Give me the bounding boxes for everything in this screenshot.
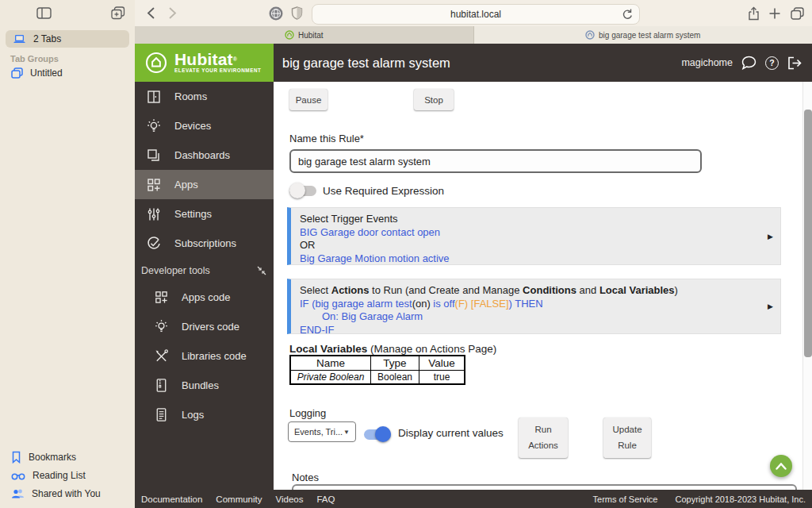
laptop-icon [13, 34, 26, 44]
sidebar-item-label: Untitled [30, 67, 63, 79]
nav-item-bundles[interactable]: Bundles [135, 371, 274, 400]
browser-sidebar: 2 Tabs Tab Groups Untitled Bookmarks Rea… [0, 26, 135, 508]
bulb-icon [154, 319, 169, 334]
actions-then-line: On: Big Garage Alarm [300, 310, 760, 324]
nav-item-settings[interactable]: Settings [135, 199, 274, 229]
hubitat-tab-icon [285, 30, 294, 40]
logout-icon[interactable] [787, 56, 802, 70]
nav-item-dashboards[interactable]: Dashboards [135, 140, 274, 170]
nav-item-apps-code[interactable]: Apps code [135, 283, 274, 312]
scroll-to-top-button[interactable] [770, 455, 792, 477]
footer-copyright: Copyright 2018-2023 Hubitat, Inc. [676, 495, 806, 504]
nav-item-logs[interactable]: Logs [135, 400, 274, 429]
display-current-values-toggle[interactable] [364, 426, 391, 442]
page-title: big garage test alarm system [282, 56, 450, 71]
hubitat-logo[interactable]: Hubitat® ELEVATE YOUR ENVIRONMENT [135, 44, 274, 82]
app-nav: Rooms Devices Dashboards Apps [135, 82, 274, 490]
nav-item-devices[interactable]: Devices [135, 111, 274, 140]
actions-panel[interactable]: Select Actions to Run (and Create and Ma… [287, 279, 781, 334]
nav-item-apps[interactable]: Apps [135, 170, 274, 199]
bulb-icon [146, 118, 162, 134]
shared-people-icon [11, 488, 25, 498]
update-rule-button[interactable]: Update Rule [603, 418, 651, 458]
url-text: hubitat.local [450, 9, 501, 20]
footer-link-videos[interactable]: Videos [276, 495, 304, 504]
apps-grid-icon [146, 177, 162, 193]
footer-link-documentation[interactable]: Documentation [141, 495, 202, 504]
notes-input[interactable] [292, 484, 797, 490]
variable-name-cell: Private Boolean [290, 371, 371, 385]
trigger-panel-title: Select Trigger Events [300, 213, 760, 226]
trigger-or: OR [300, 239, 760, 252]
screen: hubitat.local Hubitat big garage test [0, 0, 812, 508]
footer-link-terms[interactable]: Terms of Service [593, 495, 658, 504]
forward-icon[interactable] [169, 7, 177, 19]
display-current-values-label: Display current values [398, 427, 504, 439]
username[interactable]: magichome [681, 57, 733, 68]
run-actions-button[interactable]: Run Actions [519, 418, 568, 458]
trigger-line: BIG Garage door contact open [300, 226, 760, 240]
name-rule-label: Name this Rule* [289, 133, 364, 144]
hubitat-house-icon [144, 50, 169, 75]
sidebar-item-bookmarks[interactable]: Bookmarks [11, 450, 76, 464]
column-header: Type [371, 356, 419, 371]
new-tab-icon[interactable] [769, 8, 780, 19]
registered-mark: ® [233, 56, 237, 62]
stop-button[interactable]: Stop [414, 89, 454, 110]
sidebar-item-label: Shared with You [32, 488, 101, 499]
url-bar[interactable]: hubitat.local [312, 4, 640, 25]
app-footer: Documentation Community Videos FAQ Terms… [135, 490, 812, 508]
check-circle-icon [146, 236, 162, 252]
footer-link-faq[interactable]: FAQ [316, 495, 335, 504]
logging-label: Logging [289, 407, 326, 419]
tab-big-garage[interactable]: big garage test alarm system [474, 26, 812, 44]
hubitat-app: Hubitat® ELEVATE YOUR ENVIRONMENT big ga… [135, 44, 812, 508]
sidebar-item-reading-list[interactable]: Reading List [11, 468, 86, 482]
required-expression-toggle[interactable] [289, 183, 316, 198]
dev-tools-section[interactable]: Developer tools [135, 258, 274, 283]
actions-end-line: END-IF [300, 324, 760, 337]
app-header: big garage test alarm system magichome ? [274, 44, 812, 82]
sidebar-item-shared-with-you[interactable]: Shared with You [11, 487, 101, 500]
actions-if-line: IF (big garage alarm test(on) is off(F) … [300, 298, 760, 311]
tab-overview-icon[interactable] [791, 7, 804, 20]
share-icon[interactable] [748, 6, 760, 21]
nav-item-rooms[interactable]: Rooms [135, 82, 274, 111]
help-icon[interactable]: ? [765, 56, 779, 70]
bundle-zip-icon [154, 378, 169, 393]
sidebar-item-label: 2 Tabs [33, 33, 61, 44]
logging-dropdown[interactable]: Events, Tri... ▼ [288, 421, 356, 442]
tab-label: Hubitat [298, 31, 324, 40]
nav-item-subscriptions[interactable]: Subscriptions [135, 229, 274, 258]
privacy-shield-icon[interactable] [291, 6, 303, 20]
expand-arrow-icon: ▶ [768, 229, 773, 243]
tab-hubitat[interactable]: Hubitat [135, 26, 474, 44]
chat-icon[interactable] [741, 56, 756, 70]
tab-label: big garage test alarm system [599, 31, 700, 40]
back-icon[interactable] [147, 7, 155, 19]
reload-icon[interactable] [622, 8, 633, 20]
sidebar-item-tabs[interactable]: 2 Tabs [6, 30, 129, 48]
actions-panel-title: Select Actions to Run (and Create and Ma… [300, 284, 760, 298]
scrollbar-thumb[interactable] [804, 110, 812, 357]
hubitat-tab-icon [585, 30, 595, 40]
nav-item-drivers-code[interactable]: Drivers code [135, 312, 274, 341]
sidebar-toggle-icon[interactable] [36, 7, 52, 19]
required-expression-label: Use Required Expression [323, 185, 444, 197]
rooms-icon [146, 89, 162, 105]
rule-name-input[interactable] [289, 149, 702, 173]
footer-link-community[interactable]: Community [216, 495, 262, 504]
tab-groups-heading: Tab Groups [10, 54, 59, 64]
nav-item-libraries-code[interactable]: Libraries code [135, 341, 274, 371]
extension-globe-icon[interactable] [269, 6, 283, 21]
collapse-icon [257, 266, 266, 275]
trigger-events-panel[interactable]: Select Trigger Events BIG Garage door co… [287, 207, 781, 265]
pause-button[interactable]: Pause [289, 89, 327, 110]
local-variables-table: Name Type Value Private Boolean Boolean … [289, 355, 465, 385]
tab-group-icon [11, 67, 23, 79]
sidebar-item-untitled-group[interactable]: Untitled [11, 66, 63, 79]
sidebar-item-label: Bookmarks [29, 452, 76, 463]
new-tab-group-icon[interactable] [111, 6, 125, 20]
scrollbar-track[interactable] [802, 82, 812, 490]
brand-name: Hubitat [174, 50, 233, 68]
